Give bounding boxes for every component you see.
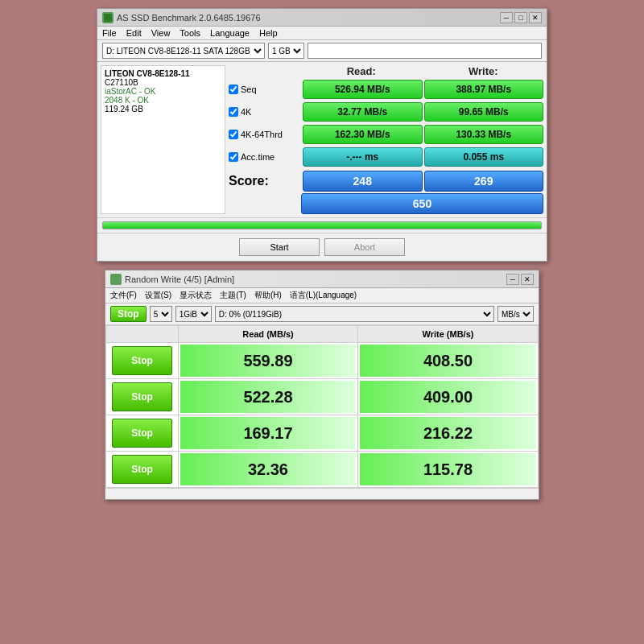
benchmark-area: LITEON CV8-8E128-11 C27110B iaStorAC - O… [97,62,547,217]
svg-rect-0 [104,14,112,22]
app-icon [102,12,114,23]
rw-menu-theme[interactable]: 主题(T) [220,290,246,301]
stop-button-3[interactable]: Stop [112,419,172,448]
menu-file[interactable]: File [102,28,117,38]
rw-toolbar: Stop 5 1GiB D: 0% (0/119GiB) MB/s [105,303,539,325]
toolbar-stop-button[interactable]: Stop [110,306,147,322]
unit-select[interactable]: MB/s [497,306,534,322]
progress-area [97,217,547,233]
drive-model: LITEON CV8-8E128-11 [105,69,221,78]
seq-read-value: 526.94 MB/s [303,80,423,99]
benchmark-input[interactable] [308,43,542,59]
as-ssd-window: AS SSD Benchmark 2.0.6485.19676 ─ □ ✕ Fi… [97,8,547,262]
write-cell-3: 216.22 [357,415,538,452]
write-header: Write: [423,65,544,77]
read-value-3: 169.17 [180,417,356,449]
table-row: Stop 169.17 216.22 [106,415,539,452]
acctime-write-value: 0.055 ms [424,147,544,167]
column-headers: Read: Write: [301,65,543,77]
window-title: AS SSD Benchmark 2.0.6485.19676 [117,13,261,23]
stop-button-4[interactable]: Stop [112,455,172,484]
menu-edit[interactable]: Edit [126,28,142,38]
table-header-row: Read (MB/s) Write (MB/s) [106,326,539,343]
score-section: Score: 248 269 650 [229,171,543,214]
read-value-2: 522.28 [180,381,356,413]
4k64-read-value: 162.30 MB/s [303,125,423,144]
drive-size: 119.24 GB [105,105,221,114]
start-button[interactable]: Start [239,238,320,256]
rw-results-table: Read (MB/s) Write (MB/s) Stop 559.89 408… [105,325,539,488]
titlebar-bottom: Random Write (4/5) [Admin] ─ ✕ [105,270,539,288]
size-select[interactable]: 1 GB [268,43,304,59]
menu-help[interactable]: Help [259,28,278,38]
4k-row: 4K 32.77 MB/s 99.65 MB/s [229,101,543,122]
4k-read-value: 32.77 MB/s [303,102,423,122]
rw-menu-file[interactable]: 文件(F) [110,290,137,301]
progress-bar-bg [102,221,542,229]
stop-cell-2[interactable]: Stop [106,379,179,415]
stop-cell-3[interactable]: Stop [106,415,179,452]
read-cell-3: 169.17 [179,415,358,452]
iastorac-status: iaStorAC - OK [105,87,221,96]
acctime-row: Acc.time -.--- ms 0.055 ms [229,147,543,167]
stop-button-2[interactable]: Stop [112,382,172,411]
seq-row: Seq 526.94 MB/s 388.97 MB/s [229,79,543,100]
maximize-button[interactable]: □ [514,12,527,23]
rw-minimize-button[interactable]: ─ [506,274,519,285]
rw-close-button[interactable]: ✕ [521,274,534,285]
score-total-row: 650 [301,193,543,214]
write-cell-4: 115.78 [357,452,538,488]
stop-cell-4[interactable]: Stop [106,452,179,488]
rw-window-controls: ─ ✕ [506,274,534,285]
stop-button-1[interactable]: Stop [112,346,172,375]
acctime-checkbox[interactable] [229,152,238,162]
drive-id: C27110B [105,78,221,87]
col-header-read: Read (MB/s) [179,326,358,343]
read-cell-4: 32.36 [179,452,358,488]
svg-rect-1 [112,275,120,283]
4k64-label: 4K-64Thrd [229,130,301,139]
rw-menu-language[interactable]: 语言(L)(Language) [290,290,357,301]
drive-select[interactable]: D: LITEON CV8-8E128-11 SATA 128GB [102,43,265,59]
progress-bar-fill [103,222,541,229]
rw-menu-status[interactable]: 显示状态 [180,290,212,301]
score-total-value: 650 [301,193,543,214]
rw-menu-settings[interactable]: 设置(S) [145,290,171,301]
col-header-write: Write (MB/s) [357,326,538,343]
drive-info-panel: LITEON CV8-8E128-11 C27110B iaStorAC - O… [101,65,225,214]
4k-write-value: 99.65 MB/s [424,102,544,122]
action-buttons: Start Abort [97,233,547,261]
random-write-window: Random Write (4/5) [Admin] ─ ✕ 文件(F) 设置(… [105,270,539,500]
4k64-checkbox[interactable] [229,130,238,139]
drive-info-select[interactable]: D: 0% (0/119GiB) [215,306,494,322]
4k64-row: 4K-64Thrd 162.30 MB/s 130.33 MB/s [229,124,543,145]
score-write-value: 269 [424,171,544,192]
menu-tools[interactable]: Tools [180,28,200,38]
rw-menu-help[interactable]: 帮助(H) [254,290,282,301]
menu-view[interactable]: View [151,28,171,38]
read-cell-1: 559.89 [179,343,358,379]
4k64-write-value: 130.33 MB/s [424,125,544,144]
block-size-select[interactable]: 1GiB [175,306,212,322]
menu-bar: File Edit View Tools Language Help [97,27,547,40]
close-button[interactable]: ✕ [529,12,542,23]
k2048-status: 2048 K - OK [105,96,221,105]
minimize-button[interactable]: ─ [500,12,513,23]
score-read-value: 248 [303,171,423,192]
rw-window-title: Random Write (4/5) [Admin] [125,275,234,284]
stop-cell-1[interactable]: Stop [106,343,179,379]
write-cell-2: 409.00 [357,379,538,415]
4k-checkbox[interactable] [229,107,238,117]
write-value-3: 216.22 [360,417,536,449]
read-cell-2: 522.28 [179,379,358,415]
results-grid: Read: Write: Seq 526.94 MB/s 388.97 MB/s… [229,65,543,214]
write-value-2: 409.00 [360,381,536,413]
abort-button[interactable]: Abort [324,238,405,256]
seq-checkbox[interactable] [229,85,238,94]
table-row: Stop 32.36 115.78 [106,452,539,488]
app-icon-2 [110,274,122,285]
menu-language[interactable]: Language [210,28,250,38]
table-row: Stop 522.28 409.00 [106,379,539,415]
4k-label: 4K [229,107,301,117]
count-select[interactable]: 5 [150,306,172,322]
